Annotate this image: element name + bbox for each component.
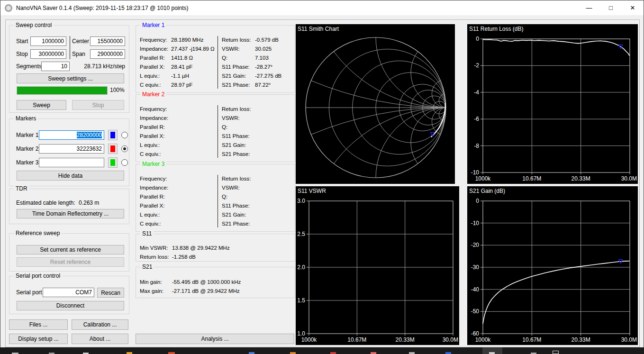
stop-input[interactable]	[30, 49, 66, 59]
taskbar-icon-fragment[interactable]	[127, 352, 132, 354]
titlebar: NanoVNA Saver 0.1.4 (Sweep: 2019-11-15 1…	[0, 0, 644, 15]
x-tick-label: 20.33M	[396, 336, 415, 343]
taskbar[interactable]	[0, 347, 644, 354]
tdr-button[interactable]: Time Domain Reflectometry ...	[17, 209, 124, 218]
marker1-radio[interactable]	[121, 132, 128, 138]
set-reference-button[interactable]: Set current as reference	[17, 245, 124, 254]
serial-port-title: Serial port control	[14, 272, 62, 279]
marker1-label: Marker 1	[16, 132, 38, 138]
x-tick-label: 30.0M	[621, 336, 637, 343]
marker3-info-title: Marker 3	[140, 161, 166, 167]
chart-title: S11 VSWR	[298, 188, 326, 194]
close-button[interactable]: ✕	[622, 0, 644, 15]
analysis-button[interactable]: Analysis ...	[136, 334, 294, 344]
marker-info-row: Parallel R:	[140, 192, 217, 201]
hide-data-button[interactable]: Hide data	[17, 171, 124, 181]
about-button[interactable]: About ...	[72, 334, 128, 344]
start-input[interactable]	[30, 36, 66, 46]
display-setup-button[interactable]: Display setup ...	[9, 334, 68, 344]
gain-chart-svg: S21 Gain (dB)0-10-20-30-40-50-601000k10.…	[467, 186, 638, 345]
marker-info-row: Impedance:	[140, 114, 217, 123]
taskbar-icon-fragment[interactable]	[371, 352, 376, 354]
x-tick-label: 1000k	[301, 336, 317, 343]
chart-title: S11 Smith Chart	[298, 26, 339, 32]
files-button[interactable]: Files ...	[9, 319, 68, 330]
chart-title: S11 Return Loss (dB)	[469, 26, 524, 32]
taskbar-icon[interactable]	[553, 351, 559, 354]
marker2-frequency-input[interactable]	[39, 144, 104, 154]
y-tick-label: -4	[474, 89, 479, 96]
sweep-field-divider	[70, 36, 70, 59]
gain-chart[interactable]: S21 Gain (dB)0-10-20-30-40-50-601000k10.…	[467, 186, 638, 345]
serial-port-input[interactable]	[43, 288, 94, 297]
marker3-radio[interactable]	[121, 159, 128, 166]
app-icon	[5, 4, 12, 12]
marker1-info-box: Marker 1 Frequency:28.1890 MHzImpedance:…	[136, 25, 295, 93]
disconnect-button[interactable]: Disconnect	[17, 301, 124, 310]
marker-info-row: Q:7.103	[222, 54, 292, 63]
window-controls: — □ ✕	[578, 0, 644, 15]
serial-port-label: Serial port	[16, 289, 42, 296]
y-tick-label: -10	[471, 169, 480, 176]
span-label: Span	[72, 51, 85, 57]
vswr-chart-svg: S11 VSWR3.02.52.01.51.01000k10.67M20.33M…	[296, 186, 459, 345]
span-input[interactable]	[90, 49, 125, 59]
marker3-info-box: Marker 3 Frequency:Impedance:Parallel R:…	[136, 164, 295, 232]
y-tick-label: -2	[474, 62, 479, 69]
sweep-progress-bar	[17, 86, 108, 95]
marker-info-row: Impedance:	[140, 183, 217, 192]
reset-reference-button[interactable]: Reset reference	[17, 257, 124, 267]
y-tick-label: 2.0	[297, 264, 305, 271]
center-label: Center	[72, 38, 89, 45]
x-tick-label: 10.67M	[522, 336, 541, 343]
taskbar-icon-fragment[interactable]	[330, 352, 336, 354]
smith-chart[interactable]: S11 Smith Chart	[296, 24, 455, 184]
marker3-color-swatch[interactable]	[108, 157, 118, 168]
taskbar-icon-fragment[interactable]	[445, 352, 451, 354]
markers-title: Markers	[14, 115, 38, 122]
marker2-radio[interactable]	[121, 145, 128, 152]
maximize-button[interactable]: □	[600, 0, 622, 15]
center-input[interactable]	[90, 36, 125, 46]
vswr-chart[interactable]: S11 VSWR3.02.52.01.51.01000k10.67M20.33M…	[296, 186, 459, 345]
y-tick-label: 0	[476, 198, 479, 204]
chart-title: S21 Gain (dB)	[469, 188, 505, 194]
calibration-button[interactable]: Calibration ...	[72, 319, 128, 330]
sweep-progress-fill	[17, 87, 107, 94]
sweep-button[interactable]: Sweep	[17, 100, 66, 110]
taskbar-icon-fragment[interactable]	[290, 352, 296, 354]
taskbar-icon-fragment[interactable]	[489, 352, 495, 354]
marker-info-row: S21 Gain:	[222, 141, 292, 150]
progress-percent: 100%	[110, 87, 125, 93]
marker1-frequency-input[interactable]: 28200000	[39, 130, 104, 140]
marker1-color-swatch[interactable]	[108, 130, 118, 140]
marker-info-row: S11 Phase:-28.27°	[222, 63, 292, 72]
marker-info-row: S21 Phase:	[222, 219, 292, 228]
sweep-settings-button[interactable]: Sweep settings ...	[17, 73, 124, 83]
y-tick-label: 0	[476, 36, 479, 42]
markers-group: Markers Marker 1 28200000 Marker 2 Marke…	[9, 118, 129, 186]
stop-button[interactable]: Stop	[72, 100, 124, 110]
s21-info-title: S21	[140, 263, 154, 270]
taskbar-icon-fragment[interactable]	[249, 352, 254, 354]
sweep-control-title: Sweep control	[14, 22, 54, 28]
start-label: Start	[16, 38, 28, 45]
marker2-info-box: Marker 2 Frequency:Impedance:Parallel R:…	[136, 94, 295, 162]
marker-info-row: S21 Gain:-27.275 dB	[222, 72, 292, 81]
segments-input[interactable]	[41, 62, 70, 71]
info-row: Max gain:-27.171 dB @ 29.9422 MHz	[140, 287, 292, 296]
tdr-group: TDR Estimated cable length: 0.263 m Time…	[9, 189, 129, 224]
marker-info-row: Parallel R:	[140, 123, 217, 132]
return-loss-chart[interactable]: S11 Return Loss (dB)0-2-4-6-8-101000k10.…	[467, 24, 638, 184]
taskbar-icon-fragment[interactable]	[168, 352, 175, 354]
marker-info-row: Q:	[222, 192, 292, 201]
marker3-frequency-input[interactable]	[39, 158, 104, 167]
marker2-color-swatch[interactable]	[108, 144, 118, 154]
rescan-button[interactable]: Rescan	[97, 288, 124, 298]
taskbar-icon-fragment[interactable]	[409, 352, 415, 354]
screen: NanoVNA Saver 0.1.4 (Sweep: 2019-11-15 1…	[0, 0, 644, 354]
reference-sweep-group: Reference sweep Set current as reference…	[9, 233, 129, 272]
minimize-button[interactable]: —	[578, 0, 600, 15]
y-tick-label: -60	[471, 330, 480, 337]
marker-info-row: Q:	[222, 123, 292, 132]
